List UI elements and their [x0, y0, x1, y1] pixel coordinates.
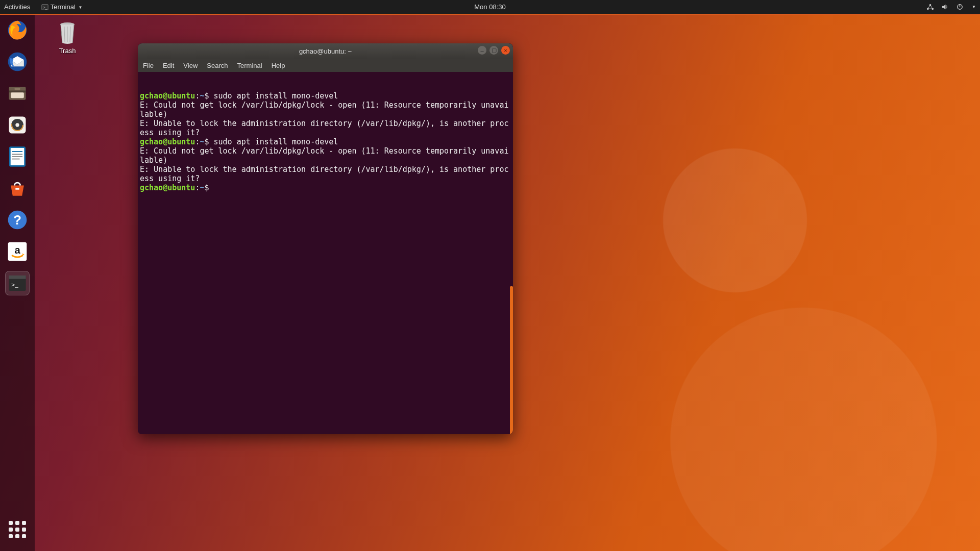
- svg-rect-23: [12, 151, 22, 152]
- menu-terminal[interactable]: Terminal: [237, 62, 262, 69]
- app-menu[interactable]: >_ Terminal ▼: [41, 3, 82, 11]
- show-applications-button[interactable]: [5, 517, 30, 542]
- app-menu-label: Terminal: [51, 3, 76, 11]
- menu-help[interactable]: Help: [272, 62, 285, 69]
- terminal-titlebar[interactable]: gchao@ubuntu: ~ – ▢ ×: [138, 43, 513, 59]
- dock-item-rhythmbox[interactable]: [5, 113, 30, 137]
- terminal-window: gchao@ubuntu: ~ – ▢ × File Edit View Sea…: [138, 43, 513, 434]
- window-close-button[interactable]: ×: [501, 46, 510, 55]
- svg-rect-16: [15, 88, 20, 90]
- dock-item-terminal[interactable]: >_: [5, 271, 30, 295]
- software-icon: [6, 177, 29, 199]
- dock-item-software[interactable]: [5, 176, 30, 201]
- dock-item-firefox[interactable]: [5, 18, 30, 42]
- svg-text:>_: >_: [43, 6, 47, 10]
- firefox-icon: [6, 19, 29, 41]
- chevron-down-icon[interactable]: ▼: [972, 5, 976, 9]
- activities-button[interactable]: Activities: [4, 3, 30, 11]
- svg-text:>_: >_: [11, 281, 18, 288]
- svg-text:?: ?: [13, 213, 21, 227]
- writer-icon: [6, 145, 29, 168]
- svg-rect-14: [9, 91, 26, 93]
- window-minimize-button[interactable]: –: [478, 46, 486, 55]
- terminal-icon: >_: [7, 273, 28, 293]
- help-icon: ?: [6, 209, 29, 231]
- svg-rect-15: [11, 92, 24, 98]
- trash-desktop-icon[interactable]: Trash: [56, 20, 79, 55]
- terminal-content: gchao@ubuntu:~$ sudo apt install mono-de…: [140, 91, 511, 192]
- menu-view[interactable]: View: [183, 62, 198, 69]
- svg-rect-27: [15, 188, 19, 190]
- dock-item-amazon[interactable]: a: [5, 239, 30, 264]
- svg-rect-24: [12, 154, 22, 155]
- trash-icon: [56, 20, 79, 45]
- trash-label: Trash: [56, 47, 79, 55]
- dock-item-help[interactable]: ?: [5, 208, 30, 232]
- svg-rect-25: [12, 156, 22, 157]
- window-maximize-button[interactable]: ▢: [489, 46, 498, 55]
- power-icon[interactable]: [956, 3, 964, 11]
- terminal-body[interactable]: gchao@ubuntu:~$ sudo apt install mono-de…: [138, 72, 513, 434]
- terminal-menubar: File Edit View Search Terminal Help: [138, 59, 513, 72]
- svg-text:a: a: [14, 244, 20, 256]
- thunderbird-icon: [6, 51, 29, 73]
- svg-rect-33: [9, 276, 26, 279]
- amazon-icon: a: [6, 240, 29, 263]
- network-icon[interactable]: [926, 3, 934, 11]
- dock-item-thunderbird[interactable]: [5, 49, 30, 74]
- dock: ? a >_: [0, 14, 35, 551]
- terminal-title: gchao@ubuntu: ~: [299, 47, 352, 55]
- menu-search[interactable]: Search: [207, 62, 228, 69]
- dock-item-writer[interactable]: [5, 144, 30, 169]
- files-icon: [6, 82, 29, 105]
- svg-rect-26: [12, 159, 20, 160]
- volume-icon[interactable]: [941, 3, 949, 11]
- clock[interactable]: Mon 08:30: [474, 3, 505, 11]
- terminal-icon: >_: [41, 4, 48, 11]
- chevron-down-icon: ▼: [78, 5, 82, 10]
- svg-point-19: [15, 123, 19, 127]
- terminal-scrollbar[interactable]: [510, 286, 513, 434]
- dock-item-files[interactable]: [5, 81, 30, 106]
- menu-file[interactable]: File: [143, 62, 154, 69]
- top-bar: Activities >_ Terminal ▼ Mon 08:30 ▼: [0, 0, 980, 15]
- menu-edit[interactable]: Edit: [163, 62, 174, 69]
- rhythmbox-icon: [6, 114, 29, 136]
